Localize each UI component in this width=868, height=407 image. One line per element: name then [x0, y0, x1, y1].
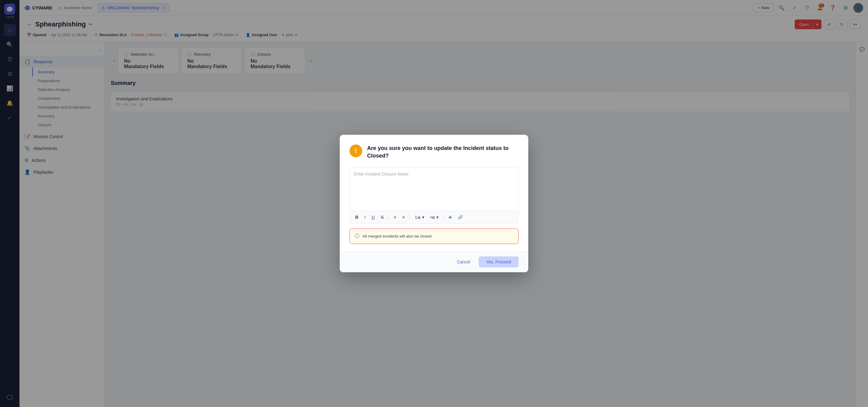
toolbar-strikethrough-btn[interactable]: S — [379, 214, 385, 221]
toolbar-ordered-list-btn[interactable]: 1≣ ▾ — [413, 214, 426, 221]
toolbar-clear-format-btn[interactable]: A — [447, 214, 453, 221]
toolbar-underline-btn[interactable]: U — [370, 214, 376, 221]
modal-overlay: ! Are you sure you want to update the In… — [0, 0, 868, 407]
toolbar-separator-3 — [443, 215, 444, 220]
toolbar-align-right-btn[interactable]: ≡ — [401, 214, 407, 221]
toolbar-separator-2 — [410, 215, 410, 220]
toolbar-italic-btn[interactable]: I — [363, 214, 367, 221]
toolbar-bold-btn[interactable]: B — [353, 214, 360, 221]
cancel-button[interactable]: Cancel — [452, 256, 475, 268]
modal-toolbar: B I U S ≡ ≡ 1≣ ▾ •≣ ▾ A 🔗 — [349, 211, 519, 224]
modal-body: ! Are you sure you want to update the In… — [340, 135, 528, 251]
modal-footer: Cancel Yes, Proceed — [340, 251, 528, 272]
close-incident-modal: ! Are you sure you want to update the In… — [340, 135, 528, 272]
closure-notes-textarea[interactable] — [349, 167, 519, 210]
proceed-button[interactable]: Yes, Proceed — [479, 256, 519, 268]
toolbar-link-btn[interactable]: 🔗 — [456, 214, 465, 221]
toolbar-unordered-list-btn[interactable]: •≣ ▾ — [429, 214, 441, 221]
toolbar-align-left-btn[interactable]: ≡ — [392, 214, 398, 221]
warn-icon: ⓘ — [354, 233, 360, 240]
toolbar-separator-1 — [389, 215, 389, 220]
modal-warning-icon: ! — [349, 145, 362, 157]
modal-warning-box: ⓘ All merged Incidents will also be clos… — [349, 228, 519, 244]
warn-text: All merged Incidents will also be closed… — [363, 234, 432, 239]
modal-title: Are you sure you want to update the Inci… — [367, 145, 519, 160]
modal-title-row: ! Are you sure you want to update the In… — [349, 145, 519, 160]
